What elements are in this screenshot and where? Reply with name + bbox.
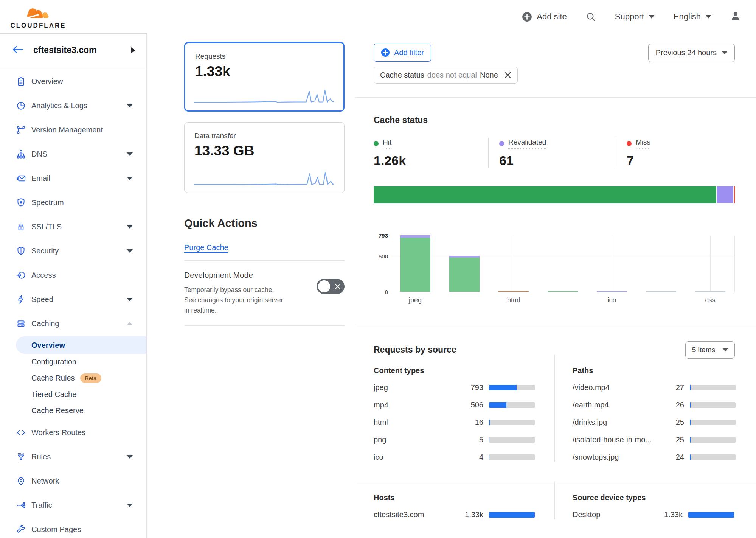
legend-dot xyxy=(627,141,632,146)
list-item-label: ico xyxy=(374,453,451,462)
list-item[interactable]: mp4506 xyxy=(374,400,535,410)
site-header: cftestsite3.com xyxy=(0,34,146,67)
chevron-down-icon xyxy=(127,177,133,180)
legend-dot xyxy=(499,141,504,146)
sidebar-item-label: Security xyxy=(31,247,127,255)
list-item[interactable]: /drinks.jpg25 xyxy=(573,417,736,427)
items-count-dropdown[interactable]: 5 items xyxy=(685,341,735,359)
distribution-segment-revalidated xyxy=(716,186,733,203)
sidebar-item-ssl-tls[interactable]: SSL/TLS xyxy=(0,215,146,239)
sidebar-item-analytics-logs[interactable]: Analytics & Logs xyxy=(0,93,146,118)
sidebar-item-access[interactable]: Access xyxy=(0,263,146,287)
list-item[interactable]: png5 xyxy=(374,435,535,445)
cache-status-stat-revalidated[interactable]: Revalidated61 xyxy=(488,138,616,168)
sidebar-subitem-label: Overview xyxy=(31,341,65,350)
list-item[interactable]: /video.mp427 xyxy=(573,383,736,392)
chevron-down-icon xyxy=(723,348,728,351)
legend-label: Revalidated xyxy=(508,138,546,149)
divider xyxy=(355,97,756,98)
list-item-meter xyxy=(489,385,535,390)
top-header: CLOUDFLARE Add site Support English xyxy=(0,0,756,33)
sidebar-subitem-label: Cache Rules xyxy=(31,374,75,383)
column-heading: Source device types xyxy=(573,493,734,502)
access-login-icon xyxy=(16,270,26,280)
language-menu[interactable]: English xyxy=(674,12,711,22)
chart-bar-jpeg[interactable] xyxy=(400,235,431,292)
sidebar-item-dns[interactable]: DNS xyxy=(0,142,146,166)
list-item[interactable]: /isolated-house-in-mo...25 xyxy=(573,435,736,445)
list-item-meter xyxy=(690,402,736,408)
filter-chip[interactable]: Cache status does not equal None xyxy=(374,67,518,84)
chart-bar-unlabeled-3[interactable] xyxy=(548,291,578,292)
list-item-meter xyxy=(489,420,535,425)
list-item-value: 27 xyxy=(652,383,684,392)
list-item[interactable]: cftestsite3.com1.33k xyxy=(374,510,535,519)
sidebar-item-speed[interactable]: Speed xyxy=(0,287,146,311)
sidebar-item-label: Email xyxy=(31,174,127,183)
user-avatar-icon[interactable] xyxy=(730,11,741,23)
list-item-label: mp4 xyxy=(374,401,451,409)
chevron-down-icon xyxy=(127,504,133,507)
sidebar-item-version-management[interactable]: Version Management xyxy=(0,118,146,142)
chart-bar-unlabeled-1[interactable] xyxy=(449,256,480,292)
list-item[interactable]: ico4 xyxy=(374,452,535,462)
requests-card[interactable]: Requests 1.33k xyxy=(184,42,345,112)
remove-filter-icon[interactable] xyxy=(504,72,511,79)
requests-card-label: Requests xyxy=(195,52,334,61)
cloudflare-cloud-icon xyxy=(20,6,56,22)
search-icon[interactable] xyxy=(586,12,596,22)
column-heading: Content types xyxy=(374,366,535,375)
sidebar-item-custom-pages[interactable]: Custom Pages xyxy=(0,517,146,538)
beta-badge: Beta xyxy=(80,373,102,383)
time-range-dropdown[interactable]: Previous 24 hours xyxy=(648,44,735,62)
list-item-label: /isolated-house-in-mo... xyxy=(573,435,652,444)
list-item[interactable]: /snowtops.jpg24 xyxy=(573,452,736,462)
sidebar-item-overview[interactable]: Overview xyxy=(0,69,146,93)
list-item[interactable]: Desktop1.33k xyxy=(573,510,734,519)
chart-bar-unlabeled-5[interactable] xyxy=(646,291,677,292)
sidebar-item-rules[interactable]: Rules xyxy=(0,445,146,469)
sidebar-subitem-tiered-cache[interactable]: Tiered Cache xyxy=(0,386,146,403)
development-mode-toggle[interactable] xyxy=(317,279,345,294)
x-axis-label: css xyxy=(686,296,735,304)
list-item[interactable]: jpeg793 xyxy=(374,383,535,392)
sidebar-subitem-cache-reserve[interactable]: Cache Reserve xyxy=(0,403,146,419)
bar-segment-hit xyxy=(400,238,431,292)
add-site-button[interactable]: Add site xyxy=(522,12,567,22)
code-brackets-icon xyxy=(16,428,26,438)
quick-actions-title: Quick Actions xyxy=(184,217,345,230)
chart-bar-html[interactable] xyxy=(498,291,529,292)
sidebar-subitem-configuration[interactable]: Configuration xyxy=(0,354,146,370)
traffic-split-icon xyxy=(16,500,26,510)
purge-cache-link[interactable]: Purge Cache xyxy=(184,243,228,252)
sidebar-item-security[interactable]: Security xyxy=(0,239,146,263)
sidebar-item-spectrum[interactable]: Spectrum xyxy=(0,190,146,215)
chevron-right-icon[interactable] xyxy=(131,47,135,53)
hosts-list: Hostscftestsite3.com1.33k xyxy=(374,482,554,519)
cache-status-stat-miss[interactable]: Miss7 xyxy=(616,138,735,168)
sidebar-subitem-overview[interactable]: Overview xyxy=(16,336,146,354)
cloudflare-logo[interactable]: CLOUDFLARE xyxy=(10,6,67,30)
toggle-off-x-icon xyxy=(335,283,341,289)
sidebar-item-traffic[interactable]: Traffic xyxy=(0,493,146,517)
sidebar-item-network[interactable]: Network xyxy=(0,469,146,493)
bar-segment-revalidated xyxy=(597,291,627,292)
source-lists: Content typesjpeg793mp4506html16png5ico4… xyxy=(374,355,735,462)
back-arrow-icon[interactable] xyxy=(11,45,23,56)
sidebar-subitem-cache-rules[interactable]: Cache RulesBeta xyxy=(0,370,146,386)
list-item-label: /video.mp4 xyxy=(573,383,652,392)
sidebar-item-caching[interactable]: Caching xyxy=(0,311,146,336)
legend-label: Hit xyxy=(383,138,391,149)
list-item[interactable]: html16 xyxy=(374,417,535,427)
list-item[interactable]: /earth.mp426 xyxy=(573,400,736,410)
sidebar-item-email[interactable]: Email xyxy=(0,166,146,190)
data-transfer-card[interactable]: Data transfer 13.33 GB xyxy=(184,122,345,193)
chevron-up-icon xyxy=(127,322,133,325)
sidebar-item-workers-routes[interactable]: Workers Routes xyxy=(0,420,146,445)
add-filter-button[interactable]: Add filter xyxy=(374,44,431,62)
divider xyxy=(184,260,345,261)
chart-bar-ico[interactable] xyxy=(597,291,627,292)
chart-bar-css[interactable] xyxy=(695,291,726,292)
cache-status-stat-hit[interactable]: Hit1.26k xyxy=(374,138,488,168)
support-menu[interactable]: Support xyxy=(615,12,655,22)
